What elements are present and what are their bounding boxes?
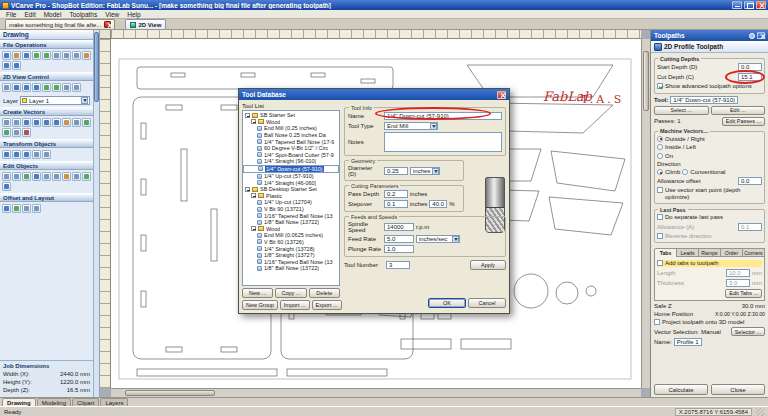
close-button[interactable] — [756, 1, 766, 9]
tree-item[interactable]: 1/16" Tapered Ball Nose (13 — [243, 258, 339, 265]
tool-type-select[interactable]: End Mill — [384, 122, 438, 130]
tree-item[interactable]: Wood — [243, 119, 339, 126]
offset-icon[interactable] — [2, 204, 11, 213]
text-on-curve-icon[interactable] — [2, 128, 11, 137]
menu-edit[interactable]: Edit — [21, 11, 38, 18]
mirror-icon[interactable] — [32, 150, 41, 159]
new-tool-button[interactable]: New ... — [242, 288, 273, 298]
menu-toolpaths[interactable]: Toolpaths — [66, 11, 100, 18]
draw-circle-icon[interactable] — [22, 118, 31, 127]
open-file-icon[interactable] — [12, 51, 21, 60]
tree-item[interactable]: 1/4" Tapered Ball Nose (17-9 — [243, 138, 339, 145]
climb-radio[interactable] — [657, 169, 663, 175]
draw-star-icon[interactable] — [62, 118, 71, 127]
apply-button[interactable]: Apply — [470, 260, 506, 270]
draw-ellipse-icon[interactable] — [32, 118, 41, 127]
stepover-percent-input[interactable]: 40.0 — [429, 200, 447, 208]
pan-icon[interactable] — [2, 83, 11, 92]
nesting-icon[interactable] — [12, 204, 21, 213]
advanced-options-checkbox[interactable] — [657, 83, 663, 89]
pin-icon[interactable] — [749, 33, 755, 39]
array-icon[interactable] — [2, 182, 11, 191]
diameter-input[interactable]: 0.25 — [384, 167, 408, 175]
resize-grip[interactable] — [756, 408, 764, 416]
feed-rate-input[interactable]: 5.0 — [384, 235, 414, 243]
minimize-button[interactable] — [732, 1, 742, 9]
tree-item[interactable]: SB Starter Set — [243, 112, 339, 119]
tab-length-input[interactable]: 10.0 — [726, 269, 750, 277]
dialog-close-button[interactable] — [497, 91, 506, 99]
fillet-icon[interactable] — [62, 172, 71, 181]
new-group-button[interactable]: New Group — [242, 300, 278, 310]
calculate-button[interactable]: Calculate — [654, 384, 708, 395]
tab-layers[interactable]: Layers — [100, 398, 128, 406]
group-icon[interactable] — [2, 172, 11, 181]
tab-ramps[interactable]: Ramps — [699, 248, 721, 257]
tree-item[interactable]: 1/4" Straight (96-010) — [243, 158, 339, 165]
conventional-radio[interactable] — [682, 169, 688, 175]
separate-last-pass-checkbox[interactable] — [657, 214, 663, 220]
tree-item[interactable]: 1/4" Up-cut (12704) — [243, 199, 339, 206]
rate-units-select[interactable]: inches/sec — [416, 235, 460, 243]
tree-item[interactable]: End Mill (0.0625 inches) — [243, 232, 339, 239]
notes-input[interactable] — [384, 132, 502, 152]
draw-text-icon[interactable] — [82, 118, 91, 127]
tree-item[interactable]: 60 Degree V-Bit 1/2" / Circ — [243, 145, 339, 152]
on-radio[interactable] — [657, 153, 663, 159]
dimension-icon[interactable] — [12, 128, 21, 137]
canvas-vertical-scrollbar[interactable] — [641, 39, 650, 388]
outside-right-radio[interactable] — [657, 136, 663, 142]
start-depth-input[interactable]: 0.0 — [738, 63, 762, 71]
tree-item[interactable]: Wood — [243, 226, 339, 233]
trim-icon[interactable] — [42, 172, 51, 181]
maximize-button[interactable] — [744, 1, 754, 9]
menu-file[interactable]: File — [3, 11, 19, 18]
tree-item[interactable]: Plastic — [243, 193, 339, 200]
left-panel-scrollbar[interactable] — [93, 30, 99, 397]
tree-item[interactable]: 1/8" Ball Nose (13722) — [243, 219, 339, 226]
redo-icon[interactable] — [12, 61, 21, 70]
edit-passes-button[interactable]: Edit Passes ... — [722, 117, 765, 126]
tool-tree[interactable]: SB Starter Set Wood End Mill (0.25 inche… — [242, 110, 340, 286]
zoom-out-icon[interactable] — [22, 83, 31, 92]
rotate-icon[interactable] — [12, 150, 21, 159]
document-tab[interactable]: make something big final file afte... — [5, 19, 115, 29]
node-edit-icon[interactable] — [32, 172, 41, 181]
snap-toggle-icon[interactable] — [72, 83, 81, 92]
dialog-title-bar[interactable]: Tool Database — [239, 89, 509, 100]
chevron-down-icon[interactable] — [430, 123, 437, 130]
tree-item[interactable]: 1/4" Straight (13728) — [243, 245, 339, 252]
draw-polyline-icon[interactable] — [12, 118, 21, 127]
tree-item[interactable]: 1/8" Straight (13727) — [243, 252, 339, 259]
project-toolpath-checkbox[interactable] — [654, 319, 660, 325]
scrollbar-thumb[interactable] — [125, 390, 215, 396]
scrollbar-thumb[interactable] — [94, 32, 99, 102]
weld-icon[interactable] — [82, 172, 91, 181]
cancel-button[interactable]: Cancel — [468, 298, 506, 308]
collapse-icon[interactable] — [245, 113, 250, 118]
move-icon[interactable] — [2, 150, 11, 159]
zoom-in-icon[interactable] — [12, 83, 21, 92]
toolpath-name-input[interactable]: Profile 1 — [674, 338, 702, 346]
tool-edit-button[interactable]: Edit ... — [711, 106, 766, 115]
last-pass-allowance-input[interactable]: 0.1 — [738, 223, 762, 231]
draw-polygon-icon[interactable] — [52, 118, 61, 127]
tab-order[interactable]: Order — [721, 248, 743, 257]
ungroup-icon[interactable] — [12, 172, 21, 181]
save-icon[interactable] — [22, 51, 31, 60]
export-vectors-icon[interactable] — [42, 51, 51, 60]
grid-toggle-icon[interactable] — [62, 83, 71, 92]
chevron-down-icon[interactable] — [452, 236, 459, 243]
import-vectors-icon[interactable] — [32, 51, 41, 60]
tool-name-input[interactable]: 1/4" Down-cut (57-910) — [384, 112, 502, 120]
collapse-icon[interactable] — [251, 226, 256, 231]
join-vectors-icon[interactable] — [22, 172, 31, 181]
snap-settings-icon[interactable] — [22, 128, 31, 137]
copy-icon[interactable] — [72, 51, 81, 60]
edit-tabs-button[interactable]: Edit Tabs ... — [725, 289, 762, 298]
tree-item[interactable]: 1/4" Straight (46-060) — [243, 179, 339, 186]
menu-view[interactable]: View — [102, 11, 122, 18]
undo-icon[interactable] — [2, 61, 11, 70]
vector-start-point-checkbox[interactable] — [657, 187, 663, 193]
layer-select[interactable]: Layer 1 — [20, 96, 90, 105]
